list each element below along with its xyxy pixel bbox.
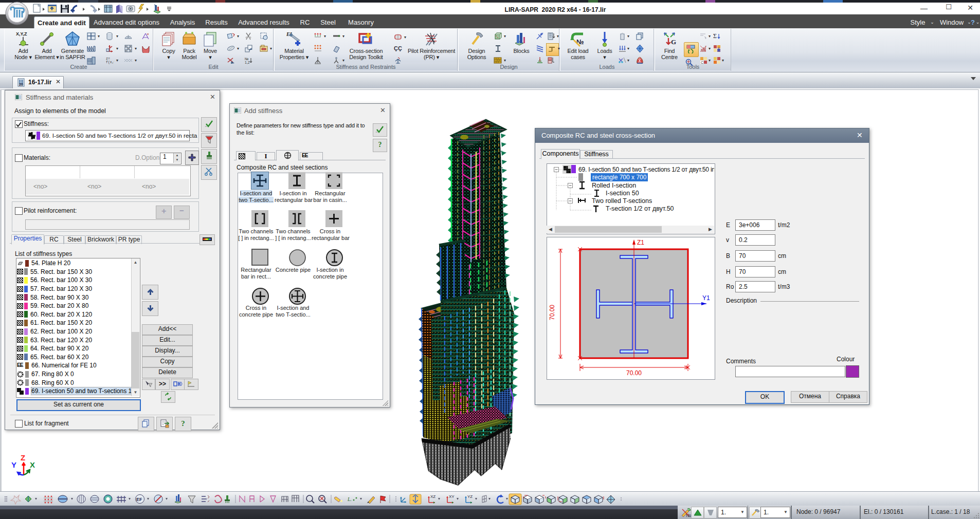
svg-text:YZ: YZ	[467, 494, 473, 499]
svg-text:X: X	[30, 460, 35, 469]
svg-text:X,Y,Z: X,Y,Z	[16, 31, 27, 36]
svg-text:Y1: Y1	[702, 294, 710, 302]
svg-text:Σ: Σ	[713, 32, 717, 40]
svg-text:70.00: 70.00	[549, 305, 556, 320]
svg-text:Z1: Z1	[637, 239, 644, 246]
svg-text:XZ: XZ	[430, 494, 435, 499]
svg-text:z=: z=	[106, 57, 110, 61]
svg-text:EF: EF	[136, 497, 142, 502]
svg-text:L.: L.	[347, 496, 352, 502]
svg-text:C: C	[701, 61, 703, 64]
svg-text:№: №	[245, 57, 249, 61]
svg-text:Y: Y	[11, 460, 16, 469]
svg-text:XY: XY	[449, 494, 455, 499]
svg-text:G: G	[671, 38, 676, 46]
svg-text:20: 20	[19, 83, 23, 86]
svg-text:Z: Z	[21, 453, 25, 462]
svg-text:1,2: 1,2	[245, 61, 250, 64]
svg-text:70.00: 70.00	[626, 369, 642, 377]
svg-text:f(x,y): f(x,y)	[106, 61, 114, 64]
